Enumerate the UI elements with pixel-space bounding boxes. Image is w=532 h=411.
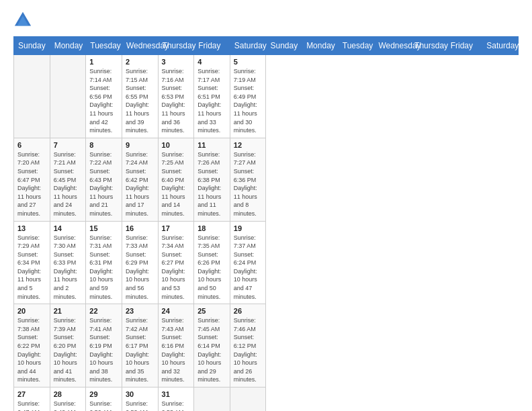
day-number: 18 [197, 224, 226, 232]
day-info: Sunrise: 7:37 AMSunset: 6:24 PMDaylight:… [234, 234, 257, 300]
day-info: Sunrise: 7:22 AMSunset: 6:43 PMDaylight:… [89, 151, 113, 217]
day-info: Sunrise: 7:16 AMSunset: 6:53 PMDaylight:… [162, 68, 185, 134]
day-number: 13 [17, 224, 46, 232]
column-header-thursday: Thursday [410, 37, 447, 55]
day-info: Sunrise: 7:33 AMSunset: 6:29 PMDaylight:… [126, 234, 149, 300]
day-number: 11 [197, 141, 226, 149]
calendar-day-cell [194, 387, 230, 412]
day-info: Sunrise: 6:49 AMSunset: 5:09 PMDaylight:… [54, 400, 77, 411]
day-info: Sunrise: 7:46 AMSunset: 6:12 PMDaylight:… [234, 317, 257, 383]
day-header: Wednesday [122, 37, 158, 55]
calendar-day-cell: 28 Sunrise: 6:49 AMSunset: 5:09 PMDaylig… [50, 387, 86, 412]
day-header: Thursday [158, 37, 194, 55]
column-header-monday: Monday [302, 37, 339, 55]
calendar-day-cell: 4 Sunrise: 7:17 AMSunset: 6:51 PMDayligh… [194, 55, 230, 138]
column-header-saturday: Saturday [482, 37, 519, 55]
day-header: Sunday [14, 37, 50, 55]
calendar-day-cell: 11 Sunrise: 7:26 AMSunset: 6:38 PMDaylig… [194, 138, 230, 221]
calendar-day-cell: 30 Sunrise: 6:52 AMSunset: 5:06 PMDaylig… [122, 387, 158, 412]
calendar-day-cell: 15 Sunrise: 7:31 AMSunset: 6:31 PMDaylig… [86, 221, 122, 304]
calendar-day-cell: 20 Sunrise: 7:38 AMSunset: 6:22 PMDaylig… [14, 304, 50, 387]
day-header: Saturday [230, 37, 266, 55]
calendar-day-cell: 13 Sunrise: 7:29 AMSunset: 6:34 PMDaylig… [14, 221, 50, 304]
day-info: Sunrise: 7:14 AMSunset: 6:56 PMDaylight:… [89, 68, 113, 134]
calendar-day-cell: 9 Sunrise: 7:24 AMSunset: 6:42 PMDayligh… [122, 138, 158, 221]
day-number: 5 [234, 58, 263, 66]
day-info: Sunrise: 6:52 AMSunset: 5:06 PMDaylight:… [126, 400, 149, 411]
day-info: Sunrise: 7:21 AMSunset: 6:45 PMDaylight:… [54, 151, 77, 217]
logo [13, 11, 35, 30]
calendar-day-cell: 7 Sunrise: 7:21 AMSunset: 6:45 PMDayligh… [50, 138, 86, 221]
calendar-day-cell [50, 55, 86, 138]
calendar-day-cell: 19 Sunrise: 7:37 AMSunset: 6:24 PMDaylig… [230, 221, 266, 304]
day-number: 4 [197, 58, 226, 66]
calendar-day-cell: 1 Sunrise: 7:14 AMSunset: 6:56 PMDayligh… [86, 55, 122, 138]
column-header-wednesday: Wednesday [374, 37, 410, 55]
day-number: 9 [126, 141, 154, 149]
day-info: Sunrise: 7:42 AMSunset: 6:17 PMDaylight:… [126, 317, 149, 383]
day-info: Sunrise: 7:35 AMSunset: 6:26 PMDaylight:… [197, 234, 221, 300]
header-row: SundayMondayTuesdayWednesdayThursdayFrid… [14, 37, 519, 55]
day-info: Sunrise: 6:50 AMSunset: 5:08 PMDaylight:… [89, 400, 113, 411]
calendar-day-cell: 16 Sunrise: 7:33 AMSunset: 6:29 PMDaylig… [122, 221, 158, 304]
calendar-day-cell: 25 Sunrise: 7:45 AMSunset: 6:14 PMDaylig… [194, 304, 230, 387]
day-number: 27 [17, 390, 46, 398]
calendar-day-cell: 23 Sunrise: 7:42 AMSunset: 6:17 PMDaylig… [122, 304, 158, 387]
day-header: Monday [50, 37, 86, 55]
day-number: 10 [162, 141, 191, 149]
day-info: Sunrise: 7:41 AMSunset: 6:19 PMDaylight:… [89, 317, 113, 383]
calendar-body: 1 Sunrise: 7:14 AMSunset: 6:56 PMDayligh… [14, 55, 519, 412]
column-header-sunday: Sunday [266, 37, 302, 55]
day-number: 30 [126, 390, 154, 398]
day-info: Sunrise: 7:30 AMSunset: 6:33 PMDaylight:… [54, 234, 77, 300]
calendar-week-row: 13 Sunrise: 7:29 AMSunset: 6:34 PMDaylig… [14, 221, 519, 304]
calendar-day-cell: 24 Sunrise: 7:43 AMSunset: 6:16 PMDaylig… [158, 304, 194, 387]
day-info: Sunrise: 7:17 AMSunset: 6:51 PMDaylight:… [197, 68, 221, 134]
day-info: Sunrise: 7:38 AMSunset: 6:22 PMDaylight:… [17, 317, 41, 383]
day-info: Sunrise: 7:15 AMSunset: 6:55 PMDaylight:… [126, 68, 149, 134]
day-info: Sunrise: 7:29 AMSunset: 6:34 PMDaylight:… [17, 234, 41, 300]
day-number: 12 [234, 141, 263, 149]
day-info: Sunrise: 7:26 AMSunset: 6:38 PMDaylight:… [197, 151, 221, 217]
day-info: Sunrise: 7:43 AMSunset: 6:16 PMDaylight:… [162, 317, 185, 383]
day-info: Sunrise: 7:27 AMSunset: 6:36 PMDaylight:… [234, 151, 257, 217]
day-info: Sunrise: 6:47 AMSunset: 5:11 PMDaylight:… [17, 400, 41, 411]
logo-icon [13, 11, 32, 30]
calendar-day-cell: 29 Sunrise: 6:50 AMSunset: 5:08 PMDaylig… [86, 387, 122, 412]
day-info: Sunrise: 7:45 AMSunset: 6:14 PMDaylight:… [197, 317, 221, 383]
day-number: 31 [162, 390, 191, 398]
day-number: 29 [89, 390, 118, 398]
day-number: 26 [234, 307, 263, 315]
calendar-week-row: 27 Sunrise: 6:47 AMSunset: 5:11 PMDaylig… [14, 387, 519, 412]
day-info: Sunrise: 7:34 AMSunset: 6:27 PMDaylight:… [162, 234, 185, 300]
day-number: 7 [54, 141, 83, 149]
calendar-week-row: 20 Sunrise: 7:38 AMSunset: 6:22 PMDaylig… [14, 304, 519, 387]
calendar-week-row: 1 Sunrise: 7:14 AMSunset: 6:56 PMDayligh… [14, 55, 519, 138]
day-number: 2 [126, 58, 154, 66]
calendar-day-cell: 31 Sunrise: 6:53 AMSunset: 5:05 PMDaylig… [158, 387, 194, 412]
day-number: 25 [197, 307, 226, 315]
calendar-day-cell: 21 Sunrise: 7:39 AMSunset: 6:20 PMDaylig… [50, 304, 86, 387]
page-header [13, 11, 519, 30]
day-number: 17 [162, 224, 191, 232]
day-number: 22 [89, 307, 118, 315]
calendar-day-cell: 5 Sunrise: 7:19 AMSunset: 6:49 PMDayligh… [230, 55, 266, 138]
day-info: Sunrise: 7:20 AMSunset: 6:47 PMDaylight:… [17, 151, 41, 217]
calendar-day-cell: 8 Sunrise: 7:22 AMSunset: 6:43 PMDayligh… [86, 138, 122, 221]
calendar-day-cell: 10 Sunrise: 7:25 AMSunset: 6:40 PMDaylig… [158, 138, 194, 221]
calendar-day-cell [230, 387, 266, 412]
day-info: Sunrise: 7:24 AMSunset: 6:42 PMDaylight:… [126, 151, 149, 217]
day-header: Friday [194, 37, 230, 55]
day-number: 8 [89, 141, 118, 149]
calendar-day-cell: 6 Sunrise: 7:20 AMSunset: 6:47 PMDayligh… [14, 138, 50, 221]
calendar-day-cell: 14 Sunrise: 7:30 AMSunset: 6:33 PMDaylig… [50, 221, 86, 304]
calendar-day-cell: 12 Sunrise: 7:27 AMSunset: 6:36 PMDaylig… [230, 138, 266, 221]
day-number: 24 [162, 307, 191, 315]
day-number: 19 [234, 224, 263, 232]
column-header-tuesday: Tuesday [338, 37, 374, 55]
day-info: Sunrise: 7:31 AMSunset: 6:31 PMDaylight:… [89, 234, 113, 300]
day-info: Sunrise: 7:19 AMSunset: 6:49 PMDaylight:… [234, 68, 257, 134]
calendar-table: SundayMondayTuesdayWednesdayThursdayFrid… [13, 36, 519, 411]
day-number: 15 [89, 224, 118, 232]
calendar-day-cell: 26 Sunrise: 7:46 AMSunset: 6:12 PMDaylig… [230, 304, 266, 387]
